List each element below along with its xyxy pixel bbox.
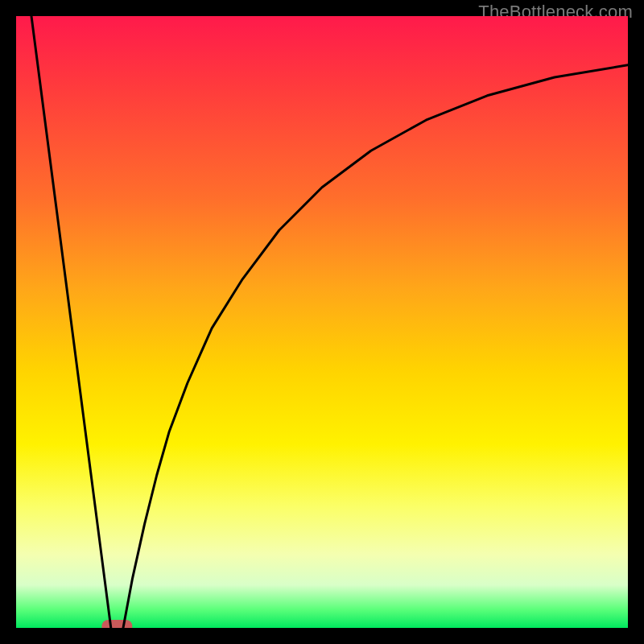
curve-right-branch: [123, 65, 628, 628]
chart-svg: [16, 16, 628, 628]
curve-left-branch: [31, 16, 111, 628]
chart-frame: TheBottleneck.com: [0, 0, 644, 644]
plot-area: [16, 16, 628, 628]
bottleneck-marker: [101, 620, 132, 628]
